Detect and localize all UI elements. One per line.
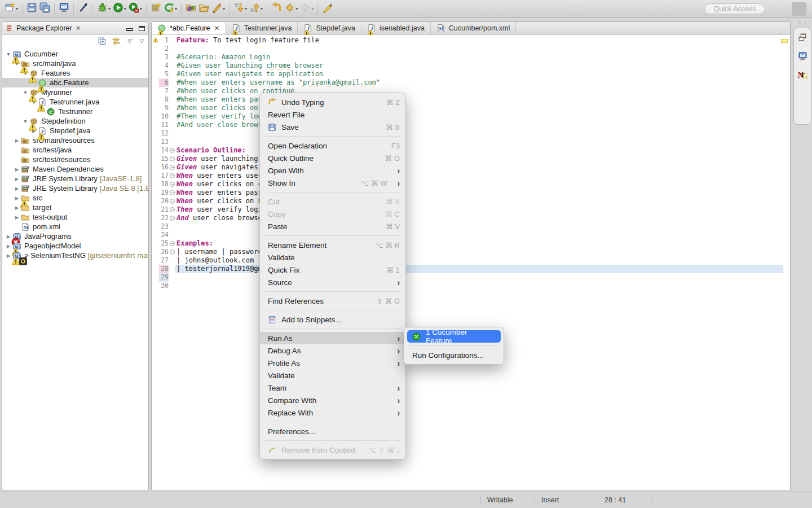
debug-dropdown-icon[interactable]: ▾ bbox=[108, 6, 111, 11]
tree-item-src-main-resources[interactable]: ▶src/main/resources bbox=[2, 135, 148, 145]
editor-line-21[interactable]: 21Then user verify login bbox=[152, 205, 790, 214]
next-annotation-button[interactable]: ▾ bbox=[232, 2, 248, 16]
tree-item-src[interactable]: ▶src bbox=[2, 193, 148, 203]
editor-line-11[interactable]: 11#And user close browser bbox=[152, 121, 790, 129]
view-close-icon[interactable]: ✕ bbox=[76, 24, 81, 32]
tab-close-icon[interactable]: ✕ bbox=[214, 24, 220, 32]
link-with-editor-icon[interactable] bbox=[112, 37, 121, 46]
menu-item-team[interactable]: Team› bbox=[260, 382, 405, 394]
menu-item-save[interactable]: Save⌘ S bbox=[260, 121, 405, 133]
testng-view-icon[interactable]: NGT bbox=[798, 70, 807, 82]
editor-line-17[interactable]: 17When user enters username bbox=[152, 172, 790, 180]
tree-item-test-output[interactable]: ▶test-output bbox=[2, 212, 148, 222]
tree-item-src-test-resources[interactable]: src/test/resources bbox=[2, 155, 148, 164]
menu-item-run-configurations[interactable]: Run Configurations... bbox=[404, 349, 504, 361]
open-perspective-button[interactable] bbox=[775, 2, 789, 16]
menu-item-run-as[interactable]: Run As› bbox=[260, 332, 405, 344]
new-wizard-button[interactable]: ▾ bbox=[3, 2, 19, 16]
tree-item-stepdef-java[interactable]: ▶JStepdef.java bbox=[2, 126, 148, 135]
collapse-all-icon[interactable] bbox=[98, 37, 107, 46]
tree-item-jre-system-library[interactable]: ▶JRE System Library[Java SE 8 [1.8.0_2 bbox=[2, 183, 148, 193]
expand-arrow-icon[interactable]: ▶ bbox=[13, 214, 21, 220]
editor-line-16[interactable]: 16Given user navigates to application bbox=[152, 163, 790, 172]
expand-arrow-icon[interactable]: ▶ bbox=[13, 167, 21, 172]
menu-item-undo-typing[interactable]: Undo Typing⌘ Z bbox=[260, 96, 405, 108]
tree-item-testrunner[interactable]: CTestrunner bbox=[2, 107, 148, 116]
java-perspective-button[interactable]: J bbox=[792, 2, 806, 16]
previous-annotation-dropdown-icon[interactable]: ▾ bbox=[261, 6, 263, 11]
tree-item-src-main-java[interactable]: ▼src/main/java bbox=[2, 59, 148, 68]
console-button[interactable] bbox=[58, 2, 70, 16]
editor-line-13[interactable]: 13 bbox=[152, 138, 790, 146]
tree-item-maven-dependencies[interactable]: ▶Maven Dependencies bbox=[2, 164, 148, 174]
menu-item-preferences[interactable]: Preferences... bbox=[260, 425, 405, 437]
editor-line-29[interactable]: 29 bbox=[152, 273, 790, 282]
editor-body[interactable]: 1Feature: To test login feature file23#S… bbox=[152, 35, 790, 491]
editor-line-5[interactable]: 5#Given user navigates to application bbox=[152, 70, 790, 78]
search-dropdown-icon[interactable]: ▾ bbox=[223, 6, 225, 11]
menu-item-open-with[interactable]: Open With› bbox=[260, 164, 405, 177]
editor-line-30[interactable]: 30 bbox=[152, 282, 790, 290]
checkout-button[interactable]: ▾ bbox=[162, 2, 178, 16]
tree-item-src-test-java[interactable]: src/test/java bbox=[2, 145, 148, 155]
debug-button[interactable]: ▾ bbox=[96, 2, 112, 16]
tree-item-cucumber[interactable]: ▼MJCucumber bbox=[2, 49, 148, 59]
previous-annotation-button[interactable]: ▾ bbox=[248, 2, 264, 16]
expand-arrow-icon[interactable]: ▶ bbox=[13, 176, 21, 182]
next-annotation-dropdown-icon[interactable]: ▾ bbox=[245, 6, 247, 11]
menu-item-debug-as[interactable]: Debug As› bbox=[260, 344, 405, 357]
expand-arrow-icon[interactable]: ▶ bbox=[13, 186, 21, 191]
menu-item-1-cucumber-feature[interactable]: 1 Cucumber Feature bbox=[407, 330, 501, 343]
editor-line-15[interactable]: 15Given user launching chrome bbox=[152, 155, 790, 163]
run-dropdown-icon[interactable]: ▾ bbox=[124, 6, 126, 11]
tree-item-stepdefinition[interactable]: ▼Stepdefinition bbox=[2, 116, 148, 126]
maximize-view-button[interactable] bbox=[139, 26, 145, 31]
editor-line-25[interactable]: 25Examples: bbox=[152, 239, 790, 248]
fold-collapse-icon[interactable] bbox=[170, 173, 175, 178]
search-button[interactable]: ▾ bbox=[210, 2, 226, 16]
menu-item-compare-with[interactable]: Compare With› bbox=[260, 394, 405, 406]
editor-line-23[interactable]: 23 bbox=[152, 222, 790, 231]
menu-item-quick-fix[interactable]: Quick Fix⌘ 1 bbox=[260, 264, 405, 276]
back-dropdown-icon[interactable]: ▾ bbox=[295, 6, 298, 11]
tree-item-jre-system-library[interactable]: ▶JRE System Library[JavaSE-1.8] bbox=[2, 174, 148, 183]
restore-views-icon[interactable] bbox=[798, 33, 807, 45]
editor-line-7[interactable]: 7#When user clicks on continue bbox=[152, 87, 790, 95]
editor-tab-testrunner-java[interactable]: JTestrunner.java bbox=[226, 22, 298, 34]
open-type-button[interactable] bbox=[184, 2, 197, 16]
editor-tab-stepdef-java[interactable]: JStepdef.java bbox=[298, 22, 361, 34]
editor-line-19[interactable]: 19When user enters password bbox=[152, 189, 790, 197]
pin-editor-button[interactable] bbox=[321, 2, 334, 16]
coverage-button[interactable]: ▾ bbox=[127, 2, 143, 16]
editor-line-28[interactable]: 28| testerjornal1919@gmail.com | bbox=[152, 265, 790, 273]
editor-tab-cucumber-pom-xml[interactable]: MCucumber/pom.xml bbox=[431, 22, 516, 34]
tree-item-javaprograms[interactable]: ▶MJJavaPrograms bbox=[2, 231, 148, 241]
fold-collapse-icon[interactable] bbox=[170, 165, 175, 170]
quick-access-input[interactable] bbox=[704, 3, 765, 14]
fold-collapse-icon[interactable] bbox=[170, 216, 175, 221]
editor-line-20[interactable]: 20When user clicks on Login bbox=[152, 197, 790, 205]
console-view-icon[interactable] bbox=[798, 51, 807, 63]
new-java-project-button[interactable] bbox=[149, 2, 162, 16]
fold-collapse-icon[interactable] bbox=[170, 199, 175, 204]
new-wizard-dropdown-icon[interactable]: ▾ bbox=[16, 6, 18, 11]
menu-item-validate[interactable]: Validate bbox=[260, 369, 405, 382]
menu-item-open-declaration[interactable]: Open DeclarationF3 bbox=[260, 139, 405, 152]
tree-item--seleniumtestng[interactable]: ▶MJ> SeleniumTestNG[gitseleniumfirt mast… bbox=[2, 251, 148, 260]
trim-grip[interactable]: ⋮⋮ bbox=[793, 21, 812, 25]
fold-collapse-icon[interactable] bbox=[170, 241, 175, 246]
tree-item-myrunner[interactable]: ▼Myrunner bbox=[2, 87, 148, 97]
menu-item-quick-outline[interactable]: Quick Outline⌘ O bbox=[260, 152, 405, 164]
menu-item-replace-with[interactable]: Replace With› bbox=[260, 406, 405, 419]
expand-arrow-icon[interactable]: ▶ bbox=[13, 138, 21, 143]
menu-item-show-in[interactable]: Show In⌥ ⌘ W› bbox=[260, 177, 405, 189]
tree-item-abc-feature[interactable]: abc.Feature bbox=[2, 78, 148, 87]
editor-tab-isenabled-java[interactable]: Jisenabled.java bbox=[361, 22, 431, 34]
fold-collapse-icon[interactable] bbox=[170, 249, 175, 255]
view-menu-icon[interactable]: ▽ bbox=[140, 38, 144, 44]
editor-line-1[interactable]: 1Feature: To test login feature file bbox=[152, 36, 790, 45]
back-button[interactable]: ▾ bbox=[283, 2, 299, 16]
menu-item-validate[interactable]: Validate bbox=[260, 251, 405, 264]
editor-line-10[interactable]: 10#Then user verify login bbox=[152, 112, 790, 121]
fold-collapse-icon[interactable] bbox=[170, 207, 175, 212]
